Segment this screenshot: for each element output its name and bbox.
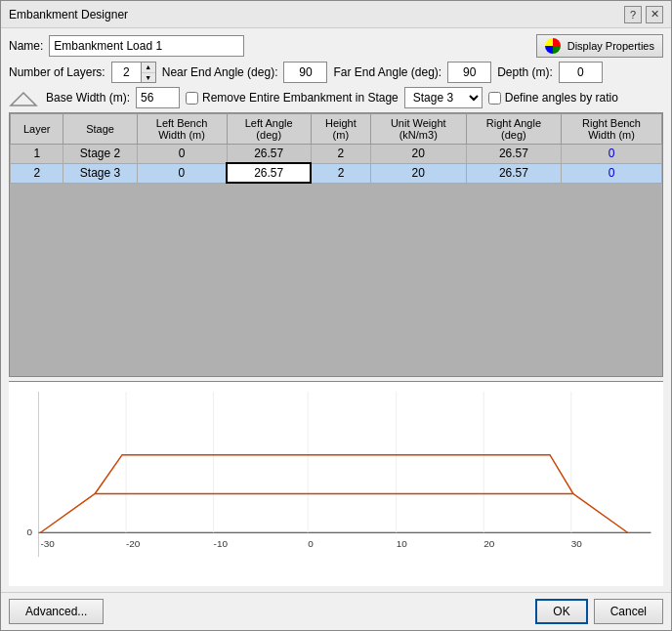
spinner-up[interactable]: ▲ bbox=[142, 63, 155, 73]
svg-text:-30: -30 bbox=[40, 538, 55, 549]
close-button[interactable]: ✕ bbox=[646, 6, 663, 23]
name-row: Name: Display Properties bbox=[9, 34, 663, 58]
cell-right-bench[interactable]: 0 bbox=[562, 145, 662, 164]
far-end-label: Far End Angle (deg): bbox=[333, 65, 441, 79]
cancel-button[interactable]: Cancel bbox=[594, 599, 663, 624]
footer-right: OK Cancel bbox=[535, 599, 663, 624]
svg-text:-20: -20 bbox=[126, 538, 141, 549]
layers-row: Number of Layers: ▲ ▼ Near End Angle (de… bbox=[9, 62, 663, 83]
layers-label: Number of Layers: bbox=[9, 65, 105, 79]
depth-input[interactable] bbox=[559, 62, 603, 83]
svg-text:30: 30 bbox=[571, 538, 583, 549]
spinner-down[interactable]: ▼ bbox=[142, 73, 155, 83]
color-icon bbox=[545, 38, 561, 54]
base-width-input[interactable] bbox=[136, 87, 180, 108]
data-table: Layer Stage Left BenchWidth (m) Left Ang… bbox=[10, 113, 662, 184]
col-header-height: Height(m) bbox=[311, 114, 370, 145]
cell-stage[interactable]: Stage 3 bbox=[63, 163, 137, 183]
data-table-container: Layer Stage Left BenchWidth (m) Left Ang… bbox=[9, 112, 663, 377]
name-label: Name: bbox=[9, 39, 43, 53]
cell-layer[interactable]: 2 bbox=[11, 163, 63, 183]
col-header-left-bench: Left BenchWidth (m) bbox=[137, 114, 227, 145]
col-header-stage: Stage bbox=[63, 114, 137, 145]
display-props-label: Display Properties bbox=[567, 40, 654, 52]
remove-embankment-checkbox[interactable] bbox=[186, 92, 198, 105]
svg-text:0: 0 bbox=[308, 538, 314, 549]
advanced-button[interactable]: Advanced... bbox=[9, 599, 104, 624]
footer: Advanced... OK Cancel bbox=[1, 592, 671, 630]
cell-left-angle[interactable]: 26.57 bbox=[227, 145, 311, 164]
cell-right-angle[interactable]: 26.57 bbox=[466, 145, 561, 164]
cell-height[interactable]: 2 bbox=[311, 163, 370, 183]
col-header-unit-weight: Unit Weight(kN/m3) bbox=[370, 114, 466, 145]
main-window: Embankment Designer ? ✕ Name: Display Pr… bbox=[0, 0, 672, 631]
svg-text:0: 0 bbox=[27, 526, 33, 537]
layers-input[interactable] bbox=[112, 63, 142, 82]
cell-left-angle[interactable]: 26.57 bbox=[227, 163, 311, 183]
display-properties-button[interactable]: Display Properties bbox=[536, 34, 663, 58]
remove-embankment-group: Remove Entire Embankment in Stage bbox=[186, 91, 399, 105]
cell-unit-weight[interactable]: 20 bbox=[370, 145, 466, 164]
cell-stage[interactable]: Stage 2 bbox=[63, 145, 137, 164]
footer-left: Advanced... bbox=[9, 599, 104, 624]
cell-left-bench[interactable]: 0 bbox=[137, 163, 227, 183]
far-end-input[interactable] bbox=[447, 62, 491, 83]
help-button[interactable]: ? bbox=[624, 6, 642, 23]
title-bar: Embankment Designer ? ✕ bbox=[1, 1, 671, 28]
table-header-row: Layer Stage Left BenchWidth (m) Left Ang… bbox=[11, 114, 662, 145]
cell-left-bench[interactable]: 0 bbox=[137, 145, 227, 164]
svg-text:20: 20 bbox=[483, 538, 495, 549]
cell-right-angle[interactable]: 26.57 bbox=[466, 163, 561, 183]
dialog-content: Name: Display Properties Number of Layer… bbox=[1, 28, 671, 592]
define-angles-label: Define angles by ratio bbox=[505, 91, 618, 105]
cell-layer[interactable]: 1 bbox=[11, 145, 63, 164]
near-end-input[interactable] bbox=[283, 62, 327, 83]
title-controls: ? ✕ bbox=[624, 6, 663, 23]
chart-svg: -30 -20 -10 0 10 20 30 0 bbox=[9, 382, 663, 586]
svg-marker-0 bbox=[11, 93, 36, 105]
near-end-label: Near End Angle (deg): bbox=[162, 65, 278, 79]
table-row[interactable]: 1Stage 2026.5722026.570 bbox=[11, 145, 662, 164]
spinner-buttons: ▲ ▼ bbox=[142, 63, 155, 82]
base-width-row: Base Width (m): Remove Entire Embankment… bbox=[9, 87, 663, 108]
col-header-right-angle: Right Angle(deg) bbox=[466, 114, 561, 145]
chart-area: -30 -20 -10 0 10 20 30 0 bbox=[9, 381, 663, 586]
svg-text:-10: -10 bbox=[214, 538, 229, 549]
stage-select[interactable]: Stage 3 Stage 1 Stage 2 bbox=[404, 87, 483, 108]
svg-text:10: 10 bbox=[397, 538, 408, 549]
cell-height[interactable]: 2 bbox=[311, 145, 370, 164]
define-angles-group: Define angles by ratio bbox=[488, 91, 618, 105]
define-angles-checkbox[interactable] bbox=[488, 92, 501, 105]
cell-unit-weight[interactable]: 20 bbox=[370, 163, 466, 183]
layers-spinner[interactable]: ▲ ▼ bbox=[111, 62, 156, 83]
depth-label: Depth (m): bbox=[497, 65, 553, 79]
cell-right-bench[interactable]: 0 bbox=[562, 163, 662, 183]
col-header-layer: Layer bbox=[11, 114, 63, 145]
table-row[interactable]: 2Stage 3026.5722026.570 bbox=[11, 163, 662, 183]
col-header-right-bench: Right BenchWidth (m) bbox=[562, 114, 662, 145]
remove-embankment-label: Remove Entire Embankment in Stage bbox=[202, 91, 399, 105]
col-header-left-angle: Left Angle(deg) bbox=[227, 114, 311, 145]
name-input[interactable] bbox=[49, 35, 244, 57]
window-title: Embankment Designer bbox=[9, 8, 128, 21]
base-width-label: Base Width (m): bbox=[46, 91, 130, 105]
ok-button[interactable]: OK bbox=[535, 599, 587, 624]
embankment-icon bbox=[9, 88, 38, 107]
